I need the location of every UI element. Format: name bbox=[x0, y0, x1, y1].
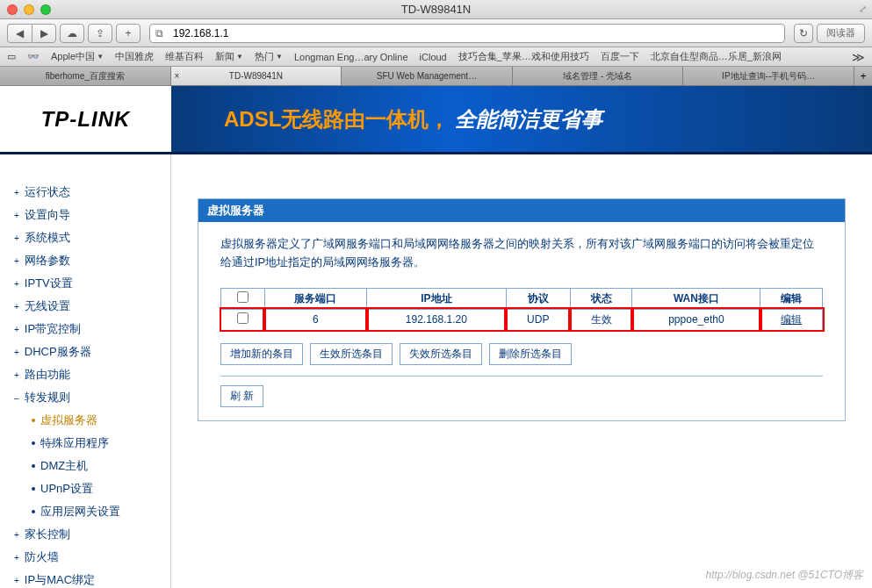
bookmark-item[interactable]: iCloud bbox=[420, 50, 447, 63]
tplink-logo: TP-LINK bbox=[41, 107, 131, 132]
bookmark-item[interactable]: 北京自住型商品…乐居_新浪网 bbox=[651, 50, 782, 63]
add-bookmark-button[interactable]: + bbox=[116, 24, 141, 43]
bullet-icon bbox=[32, 464, 35, 468]
router-page: TP-LINK ADSL无线路由一体机，全能简洁更省事 +运行状态+设置向导+系… bbox=[0, 86, 872, 588]
nav-subitem[interactable]: 应用层网关设置 bbox=[9, 500, 162, 523]
nav-sub-label: 虚拟服务器 bbox=[40, 412, 97, 428]
row-checkbox[interactable] bbox=[237, 312, 249, 324]
nav-label: 设置向导 bbox=[25, 207, 70, 223]
nav-item[interactable]: +设置向导 bbox=[9, 204, 162, 226]
expand-icon: + bbox=[14, 256, 19, 266]
nav-subitem[interactable]: 特殊应用程序 bbox=[9, 432, 162, 455]
edit-link[interactable]: 编辑 bbox=[781, 313, 802, 326]
bookmark-item[interactable]: 维基百科 bbox=[165, 50, 204, 63]
nav-subitem[interactable]: DMZ主机 bbox=[9, 455, 162, 477]
browser-tab[interactable]: fiberhome_百度搜索 bbox=[0, 67, 171, 85]
bullet-icon bbox=[32, 510, 35, 513]
nav-item[interactable]: +网络参数 bbox=[9, 249, 162, 272]
reader-button[interactable]: 阅读器 bbox=[817, 24, 865, 43]
nav-sub-label: 应用层网关设置 bbox=[40, 504, 120, 520]
window-title: TD-W89841N bbox=[0, 3, 872, 16]
nav-item[interactable]: +路由功能 bbox=[9, 363, 162, 386]
select-all-checkbox[interactable] bbox=[237, 291, 249, 303]
expand-icon: + bbox=[14, 370, 19, 380]
share-button[interactable]: ⇪ bbox=[88, 24, 112, 43]
nav-item[interactable]: –转发规则 bbox=[9, 386, 162, 409]
close-tab-icon[interactable]: × bbox=[175, 71, 180, 81]
nav-label: IPTV设置 bbox=[25, 276, 73, 291]
virtual-server-table: 服务端口IP地址协议状态WAN接口编辑 6192.168.1.20UDP生效pp… bbox=[220, 288, 823, 331]
nav-item[interactable]: +DHCP服务器 bbox=[9, 341, 162, 363]
data-cell: UDP bbox=[506, 309, 570, 330]
nav-label: IP带宽控制 bbox=[25, 321, 81, 337]
new-tab-button[interactable]: + bbox=[854, 67, 872, 85]
url-text: 192.168.1.1 bbox=[173, 27, 228, 39]
bookmarks-overflow-button[interactable]: ≫ bbox=[852, 50, 865, 64]
disable-selected-button[interactable]: 失效所选条目 bbox=[400, 343, 482, 365]
delete-selected-button[interactable]: 删除所选条目 bbox=[489, 343, 572, 365]
nav-item[interactable]: +IP带宽控制 bbox=[9, 318, 162, 341]
bookmark-item[interactable]: 技巧合集_苹果…戏和使用技巧 bbox=[458, 50, 589, 63]
add-entry-button[interactable]: 增加新的条目 bbox=[220, 343, 303, 365]
nav-item[interactable]: +IPTV设置 bbox=[9, 272, 162, 295]
nav-item[interactable]: +系统模式 bbox=[9, 226, 162, 249]
bookmark-item[interactable]: Longman Eng…ary Online bbox=[294, 50, 408, 63]
checkbox-cell bbox=[221, 309, 265, 330]
site-icon: ⧉ bbox=[155, 27, 168, 39]
bookmark-item[interactable]: 中国雅虎 bbox=[115, 50, 154, 63]
nav-sidebar: +运行状态+设置向导+系统模式+网络参数+IPTV设置+无线设置+IP带宽控制+… bbox=[0, 154, 171, 588]
expand-icon: + bbox=[14, 553, 19, 563]
panel-description: 虚拟服务器定义了广域网服务端口和局域网网络服务器之间的映射关系，所有对该广域网服… bbox=[220, 235, 823, 272]
table-header bbox=[221, 288, 265, 309]
data-cell: pppoe_eth0 bbox=[632, 309, 760, 330]
banner-slogan-2: 全能简洁更省事 bbox=[455, 107, 602, 131]
icloud-tabs-button[interactable]: ☁ bbox=[60, 24, 84, 43]
fullscreen-icon[interactable]: ⤢ bbox=[859, 4, 867, 15]
nav-item[interactable]: +运行状态 bbox=[9, 181, 162, 204]
bookmark-item[interactable]: 百度一下 bbox=[601, 50, 639, 63]
nav-label: 运行状态 bbox=[25, 184, 70, 200]
enable-selected-button[interactable]: 生效所选条目 bbox=[310, 343, 393, 365]
nav-item[interactable]: +IP与MAC绑定 bbox=[9, 569, 162, 588]
edit-cell: 编辑 bbox=[760, 309, 823, 330]
nav-label: DHCP服务器 bbox=[25, 344, 91, 360]
back-button[interactable]: ◀ bbox=[7, 24, 32, 43]
mac-titlebar: TD-W89841N ⤢ bbox=[0, 0, 872, 19]
nav-item[interactable]: +无线设置 bbox=[9, 295, 162, 318]
browser-tab[interactable]: ×TD-W89841N bbox=[171, 67, 342, 85]
tab-label: SFU Web Management… bbox=[377, 71, 477, 81]
nav-label: 网络参数 bbox=[25, 253, 70, 269]
nav-label: 无线设置 bbox=[25, 298, 70, 314]
reload-button[interactable]: ↻ bbox=[794, 24, 813, 43]
bookmark-item[interactable]: Apple中国▼ bbox=[51, 50, 104, 63]
browser-tab[interactable]: IP地址查询--手机号码… bbox=[683, 67, 854, 85]
nav-label: 路由功能 bbox=[25, 367, 70, 383]
expand-icon: + bbox=[14, 211, 19, 220]
bullet-icon bbox=[32, 441, 35, 445]
watermark-text: http://blog.csdn.net @51CTO博客 bbox=[706, 568, 863, 583]
forward-button[interactable]: ▶ bbox=[32, 24, 56, 43]
refresh-button[interactable]: 刷 新 bbox=[220, 385, 263, 407]
browser-tab[interactable]: 域名管理 - 壳域名 bbox=[513, 67, 684, 85]
expand-icon: + bbox=[14, 576, 19, 585]
data-cell: 192.168.1.20 bbox=[367, 309, 507, 330]
bookmark-item[interactable]: 热门▼ bbox=[255, 50, 283, 63]
data-cell: 6 bbox=[264, 309, 366, 330]
tab-label: fiberhome_百度搜索 bbox=[46, 70, 125, 82]
table-header: 协议 bbox=[506, 288, 570, 309]
bookmarks-menu-icon[interactable]: ▭ bbox=[7, 51, 16, 62]
virtual-server-panel: 虚拟服务器 虚拟服务器定义了广域网服务端口和局域网网络服务器之间的映射关系，所有… bbox=[198, 198, 846, 421]
tab-label: TD-W89841N bbox=[229, 71, 283, 81]
nav-subitem[interactable]: 虚拟服务器 bbox=[9, 409, 162, 432]
nav-subitem[interactable]: UPnP设置 bbox=[9, 477, 162, 500]
panel-title: 虚拟服务器 bbox=[198, 199, 845, 222]
bookmark-item[interactable]: 新闻▼ bbox=[215, 50, 243, 63]
nav-item[interactable]: +防火墙 bbox=[9, 546, 162, 569]
safari-toolbar: ◀ ▶ ☁ ⇪ + ⧉ 192.168.1.1 ↻ 阅读器 bbox=[0, 19, 872, 47]
nav-item[interactable]: +家长控制 bbox=[9, 523, 162, 546]
nav-sub-label: 特殊应用程序 bbox=[40, 435, 109, 451]
nav-label: 系统模式 bbox=[25, 230, 70, 246]
url-bar[interactable]: ⧉ 192.168.1.1 bbox=[149, 24, 785, 43]
browser-tab[interactable]: SFU Web Management… bbox=[342, 67, 513, 85]
reading-list-icon[interactable]: 👓 bbox=[27, 51, 40, 62]
